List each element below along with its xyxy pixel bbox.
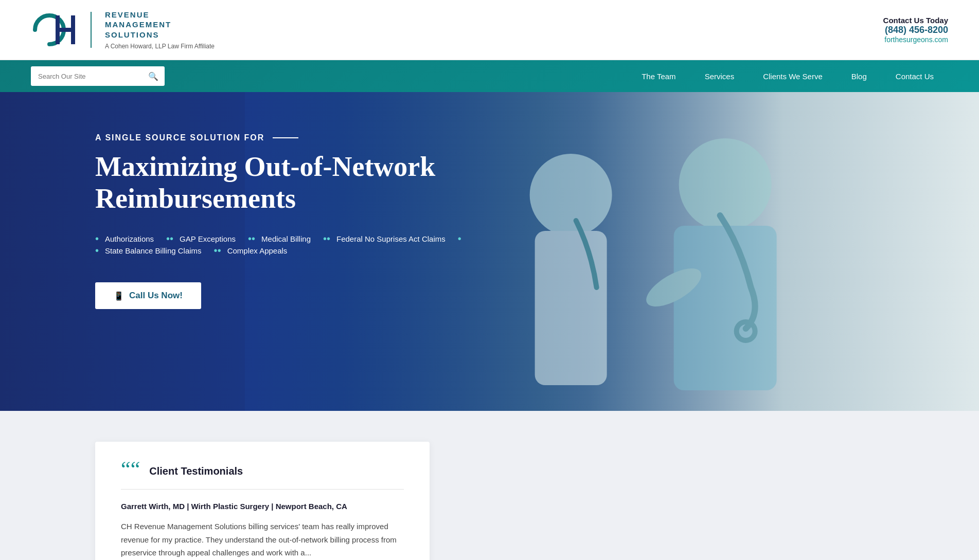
testimonials-title: Client Testimonials bbox=[149, 465, 243, 477]
cta-label: Call Us Now! bbox=[129, 291, 183, 301]
testimonial-card: ““ Client Testimonials Garrett Wirth, MD… bbox=[95, 442, 430, 560]
quote-icon: ““ bbox=[121, 458, 140, 480]
search-button[interactable]: 🔍 bbox=[142, 67, 165, 85]
hero-title: Maximizing Out-of-Network Reimbursements bbox=[95, 151, 558, 214]
svg-rect-6 bbox=[673, 226, 776, 390]
contact-phone[interactable]: (848) 456-8200 bbox=[883, 25, 948, 35]
hero-bullets: Authorizations GAP Exceptions Medical Bi… bbox=[95, 233, 558, 257]
nav-links: The Team Services Clients We Serve Blog … bbox=[627, 60, 948, 92]
hero-subtitle: A SINGLE SOURCE SOLUTION FOR bbox=[95, 133, 558, 142]
bullet-authorizations: Authorizations bbox=[95, 233, 170, 245]
hero-content: A SINGLE SOURCE SOLUTION FOR Maximizing … bbox=[95, 133, 558, 309]
svg-point-5 bbox=[679, 138, 771, 231]
search-input[interactable] bbox=[31, 68, 142, 84]
company-name: REVENUE MANAGEMENT SOLUTIONS bbox=[105, 10, 215, 40]
phone-icon: 📱 bbox=[114, 291, 124, 301]
bullet-complex-appeals: Complex Appeals bbox=[218, 245, 288, 257]
site-header: REVENUE MANAGEMENT SOLUTIONS A Cohen How… bbox=[0, 0, 979, 60]
affiliate-text: A Cohen Howard, LLP Law Firm Affiliate bbox=[105, 43, 215, 50]
bullet-medical-billing: Medical Billing bbox=[252, 233, 327, 245]
search-container[interactable]: 🔍 bbox=[31, 66, 165, 86]
testimonial-text: CH Revenue Management Solutions billing … bbox=[121, 520, 404, 559]
logo-text: REVENUE MANAGEMENT SOLUTIONS A Cohen How… bbox=[105, 10, 215, 50]
bullet-state-balance: State Balance Billing Claims bbox=[95, 245, 218, 257]
bullet-federal-claims: Federal No Suprises Act Claims bbox=[327, 233, 461, 245]
nav-link-clients-we-serve[interactable]: Clients We Serve bbox=[749, 60, 837, 92]
logo-area: REVENUE MANAGEMENT SOLUTIONS A Cohen How… bbox=[31, 9, 215, 50]
testimonials-section: ““ Client Testimonials Garrett Wirth, MD… bbox=[0, 411, 979, 560]
bullet-gap-exceptions: GAP Exceptions bbox=[170, 233, 252, 245]
hero-section: A SINGLE SOURCE SOLUTION FOR Maximizing … bbox=[0, 92, 979, 411]
contact-info: Contact Us Today (848) 456-8200 forthesu… bbox=[883, 16, 948, 44]
contact-website[interactable]: forthesurgeons.com bbox=[883, 35, 948, 44]
testimonial-header: ““ Client Testimonials bbox=[121, 462, 404, 490]
nav-link-services[interactable]: Services bbox=[690, 60, 749, 92]
nav-link-contact-us[interactable]: Contact Us bbox=[881, 60, 948, 92]
logo-divider bbox=[91, 12, 92, 48]
ch-logo-icon bbox=[31, 9, 77, 50]
navbar: 🔍 The Team Services Clients We Serve Blo… bbox=[0, 60, 979, 92]
nav-link-blog[interactable]: Blog bbox=[837, 60, 881, 92]
contact-today-label: Contact Us Today bbox=[883, 16, 948, 25]
call-us-now-button[interactable]: 📱 Call Us Now! bbox=[95, 282, 201, 309]
nav-link-the-team[interactable]: The Team bbox=[627, 60, 690, 92]
testimonial-author: Garrett Wirth, MD | Wirth Plastic Surger… bbox=[121, 502, 404, 511]
